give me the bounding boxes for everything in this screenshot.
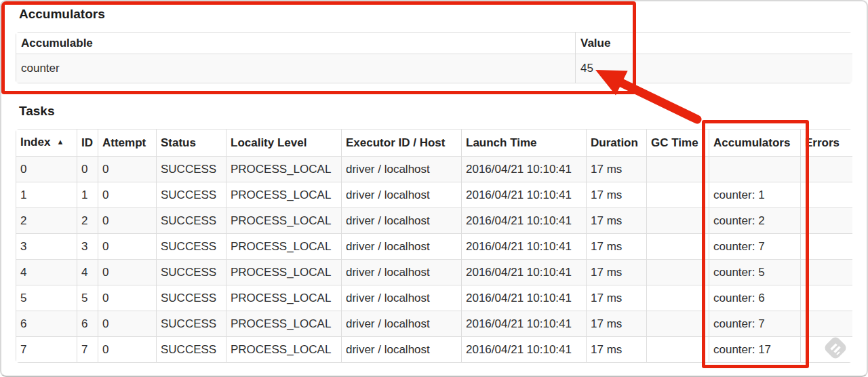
task-cell: counter: 6 [709, 285, 801, 311]
column-header-attempt[interactable]: Attempt [98, 130, 157, 157]
column-header-label: Index [20, 136, 50, 148]
task-cell: 1 [77, 182, 98, 208]
task-cell: 17 ms [587, 208, 647, 234]
task-cell: PROCESS_LOCAL [226, 208, 342, 234]
task-cell [801, 285, 853, 311]
task-cell: 17 ms [587, 337, 647, 363]
column-header-label: Duration [591, 136, 638, 149]
task-cell: driver / localhost [342, 260, 462, 285]
column-header-executor-id-host[interactable]: Executor ID / Host [342, 130, 462, 157]
task-cell [647, 311, 709, 337]
task-cell: driver / localhost [342, 285, 462, 311]
task-cell: 2016/04/21 10:10:41 [462, 260, 587, 285]
task-cell: 3 [77, 234, 98, 260]
table-row: counter 45 [16, 54, 853, 83]
column-header-label: Executor ID / Host [346, 136, 445, 149]
skitch-watermark-icon [822, 334, 849, 361]
task-cell: 0 [98, 285, 157, 311]
accumulators-table: Accumulable Value counter 45 [16, 32, 852, 83]
task-cell [647, 285, 709, 311]
accumulators-header-row: Accumulable Value [16, 33, 853, 54]
task-cell: PROCESS_LOCAL [226, 311, 342, 337]
task-cell: counter: 2 [709, 208, 801, 234]
column-header-label: Accumulable [21, 37, 93, 49]
task-cell [647, 337, 709, 363]
column-header-errors[interactable]: Errors [801, 130, 853, 157]
task-cell: counter: 7 [709, 234, 801, 260]
tasks-table-body: 000SUCCESSPROCESS_LOCALdriver / localhos… [16, 157, 853, 363]
task-cell: 2016/04/21 10:10:41 [462, 234, 587, 260]
task-cell: driver / localhost [342, 337, 462, 363]
task-cell: SUCCESS [157, 208, 226, 234]
task-cell: 2016/04/21 10:10:41 [462, 157, 587, 182]
task-cell [801, 157, 853, 182]
table-row: 550SUCCESSPROCESS_LOCALdriver / localhos… [16, 285, 853, 311]
column-header-id[interactable]: ID [77, 130, 98, 157]
task-cell: PROCESS_LOCAL [226, 182, 342, 208]
table-row: 000SUCCESSPROCESS_LOCALdriver / localhos… [16, 157, 853, 182]
table-row: 110SUCCESSPROCESS_LOCALdriver / localhos… [16, 182, 853, 208]
task-cell: 4 [16, 260, 77, 285]
table-row: 220SUCCESSPROCESS_LOCALdriver / localhos… [16, 208, 853, 234]
task-cell: 2 [16, 208, 77, 234]
table-row: 660SUCCESSPROCESS_LOCALdriver / localhos… [16, 311, 853, 337]
column-header-label: GC Time [651, 136, 698, 149]
task-cell: 17 ms [587, 311, 647, 337]
task-cell: 6 [77, 311, 98, 337]
task-cell: driver / localhost [342, 157, 462, 182]
task-cell: driver / localhost [342, 311, 462, 337]
accumulators-section-title: Accumulators [19, 6, 105, 22]
task-cell: 0 [98, 208, 157, 234]
task-cell: 0 [77, 157, 98, 182]
task-cell: counter: 7 [709, 311, 801, 337]
task-cell: SUCCESS [157, 157, 226, 182]
task-cell: 5 [77, 285, 98, 311]
task-cell [709, 157, 801, 182]
column-header-label: Attempt [102, 136, 146, 149]
task-cell: 3 [16, 234, 77, 260]
task-cell: 17 ms [587, 234, 647, 260]
task-cell [801, 311, 853, 337]
task-cell: 0 [98, 234, 157, 260]
column-header-status[interactable]: Status [157, 130, 226, 157]
spark-stage-details-page: Accumulators Accumulable Value counter 4… [0, 0, 868, 377]
column-header-accumulable[interactable]: Accumulable [16, 33, 576, 54]
task-cell: 0 [98, 157, 157, 182]
task-cell: 2016/04/21 10:10:41 [462, 337, 587, 363]
column-header-label: Value [580, 37, 610, 49]
tasks-section-title: Tasks [19, 103, 54, 119]
column-header-label: Status [161, 136, 196, 149]
table-row: 330SUCCESSPROCESS_LOCALdriver / localhos… [16, 234, 853, 260]
task-cell [647, 260, 709, 285]
task-cell: 17 ms [587, 182, 647, 208]
column-header-value[interactable]: Value [576, 33, 853, 54]
task-cell: PROCESS_LOCAL [226, 260, 342, 285]
accumulable-value-cell: 45 [576, 54, 853, 83]
task-cell: counter: 1 [709, 182, 801, 208]
task-cell: 7 [16, 337, 77, 363]
task-cell: SUCCESS [157, 285, 226, 311]
task-cell: PROCESS_LOCAL [226, 157, 342, 182]
accumulable-name-cell: counter [16, 54, 576, 83]
column-header-gc-time[interactable]: GC Time [647, 130, 709, 157]
tasks-table: Index▲ ID Attempt Status Locality Level … [16, 129, 852, 363]
task-cell: SUCCESS [157, 260, 226, 285]
task-cell: 4 [77, 260, 98, 285]
task-cell: 17 ms [587, 260, 647, 285]
task-cell: driver / localhost [342, 182, 462, 208]
column-header-accumulators[interactable]: Accumulators [709, 130, 801, 157]
task-cell: 17 ms [587, 157, 647, 182]
task-cell: counter: 17 [709, 337, 801, 363]
task-cell: 0 [98, 311, 157, 337]
column-header-duration[interactable]: Duration [587, 130, 647, 157]
task-cell [801, 208, 853, 234]
task-cell: 0 [98, 260, 157, 285]
table-row: 440SUCCESSPROCESS_LOCALdriver / localhos… [16, 260, 853, 285]
task-cell [647, 157, 709, 182]
task-cell: 2016/04/21 10:10:41 [462, 208, 587, 234]
task-cell: PROCESS_LOCAL [226, 285, 342, 311]
column-header-locality-level[interactable]: Locality Level [226, 130, 342, 157]
column-header-index[interactable]: Index▲ [16, 130, 77, 157]
column-header-launch-time[interactable]: Launch Time [462, 130, 587, 157]
task-cell: 2016/04/21 10:10:41 [462, 311, 587, 337]
